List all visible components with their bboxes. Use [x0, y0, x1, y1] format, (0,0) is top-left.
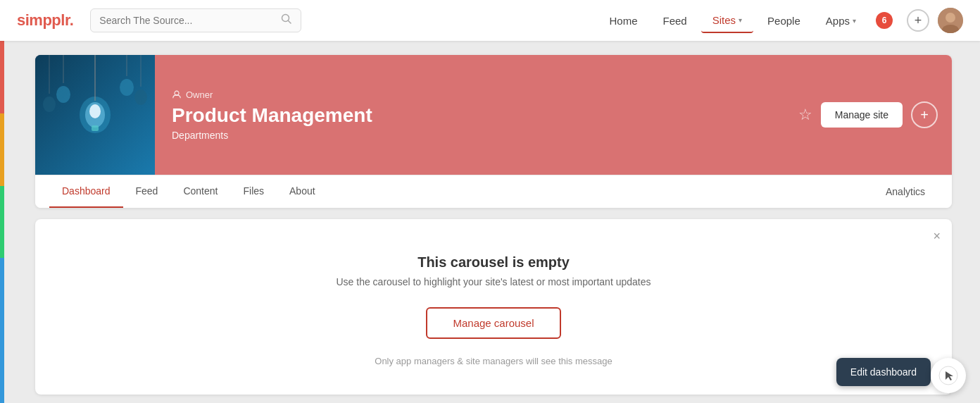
tab-files[interactable]: Files [230, 175, 277, 208]
nav-apps[interactable]: Apps ▾ [815, 9, 867, 32]
tab-dashboard[interactable]: Dashboard [49, 175, 123, 208]
tab-content[interactable]: Content [170, 175, 230, 208]
carousel-description: Use the carousel to highlight your site'… [63, 276, 924, 287]
edit-dashboard-button[interactable]: Edit dashboard [836, 358, 931, 386]
main-content: Owner Product Management Departments ☆ M… [0, 41, 980, 403]
search-icon [281, 13, 292, 27]
site-banner [35, 55, 155, 175]
favorite-button[interactable]: ☆ [798, 106, 812, 124]
nav-people[interactable]: People [756, 9, 812, 32]
svg-point-12 [56, 86, 70, 103]
search-input[interactable] [99, 15, 275, 26]
tab-analytics[interactable]: Analytics [873, 176, 938, 207]
logo[interactable]: simpplr. [17, 11, 73, 30]
apps-chevron-icon: ▾ [853, 17, 856, 25]
site-department: Departments [172, 130, 935, 141]
navbar: simpplr. Home Feed Sites ▾ People Apps ▾… [0, 0, 980, 41]
svg-point-16 [43, 97, 56, 112]
nav-home[interactable]: Home [598, 9, 649, 32]
search-bar[interactable] [90, 8, 301, 32]
owner-label: Owner [172, 89, 935, 100]
site-card: Owner Product Management Departments ☆ M… [35, 55, 952, 208]
nav-links: Home Feed Sites ▾ People Apps ▾ 6 + [598, 8, 964, 33]
svg-point-8 [89, 104, 101, 118]
site-header: Owner Product Management Departments ☆ M… [35, 55, 952, 175]
cursor-icon [931, 358, 966, 393]
svg-point-18 [134, 89, 147, 105]
carousel-card: × This carousel is empty Use the carouse… [35, 219, 952, 395]
add-content-button[interactable]: + [911, 101, 938, 128]
site-actions: ☆ Manage site + [798, 101, 938, 128]
sites-chevron-icon: ▾ [739, 16, 742, 24]
svg-rect-9 [92, 125, 99, 131]
notification-badge[interactable]: 6 [876, 12, 893, 29]
carousel-title: This carousel is empty [63, 254, 924, 271]
carousel-note: Only app managers & site managers will s… [63, 356, 924, 366]
logo-text: simpplr. [17, 11, 73, 30]
site-tabs: Dashboard Feed Content Files About Analy… [35, 175, 952, 208]
avatar[interactable] [938, 8, 963, 33]
manage-carousel-button[interactable]: Manage carousel [426, 307, 560, 339]
manage-site-button[interactable]: Manage site [821, 102, 903, 128]
svg-point-14 [120, 79, 134, 96]
svg-point-3 [946, 13, 955, 23]
close-button[interactable]: × [933, 229, 941, 244]
tab-feed[interactable]: Feed [123, 175, 171, 208]
left-bar [0, 41, 4, 403]
nav-sites[interactable]: Sites ▾ [701, 8, 753, 33]
owner-icon [172, 89, 182, 99]
svg-line-1 [289, 21, 291, 24]
tab-about[interactable]: About [277, 175, 328, 208]
nav-feed[interactable]: Feed [652, 9, 698, 32]
add-button[interactable]: + [907, 9, 929, 32]
